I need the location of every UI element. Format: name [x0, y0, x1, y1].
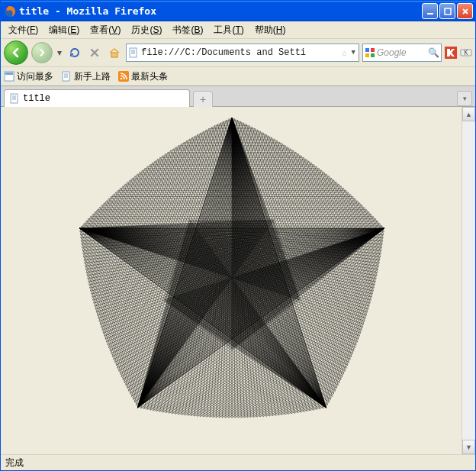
page-icon: [128, 47, 139, 58]
plus-icon: +: [200, 93, 206, 105]
svg-rect-5: [365, 48, 369, 52]
menubar: 文件(F) 编辑(E) 查看(V) 历史(S) 书签(B) 工具(T) 帮助(H…: [1, 21, 475, 39]
stop-button[interactable]: [86, 44, 103, 61]
svg-rect-17: [11, 94, 18, 103]
scroll-down-button[interactable]: ▼: [462, 440, 475, 454]
nav-toolbar: ▾ file:///C:/Documents and Setti ☆ ▼ Goo…: [1, 39, 475, 67]
scroll-up-button[interactable]: ▲: [462, 107, 475, 121]
svg-rect-6: [371, 48, 375, 52]
reload-button[interactable]: [66, 44, 83, 61]
page-viewport[interactable]: [1, 107, 462, 454]
svg-point-16: [121, 78, 123, 80]
bookmarks-toolbar: 访问最多 新手上路 最新头条: [1, 67, 475, 86]
arrow-right-icon: [37, 48, 47, 57]
menu-help[interactable]: 帮助(H): [250, 22, 291, 38]
nav-history-dropdown[interactable]: ▾: [56, 41, 63, 64]
menu-view[interactable]: 查看(V): [85, 22, 125, 38]
svg-rect-7: [365, 53, 369, 57]
url-dropdown-icon[interactable]: ▼: [350, 49, 357, 56]
menu-bookmarks[interactable]: 书签(B): [168, 22, 207, 38]
google-icon: [365, 47, 375, 58]
page-icon: [61, 71, 72, 82]
search-placeholder: Google: [375, 47, 428, 58]
svg-rect-3: [111, 53, 117, 57]
svg-rect-13: [5, 73, 13, 75]
menu-edit[interactable]: 编辑(E): [44, 22, 84, 38]
bookmark-label: 新手上路: [74, 70, 111, 83]
bookmark-most-visited[interactable]: 访问最多: [4, 70, 53, 83]
tab-label: title: [23, 93, 50, 104]
window-title: title - Mozilla Firefox: [19, 5, 420, 17]
new-tab-button[interactable]: +: [193, 91, 213, 107]
svg-rect-1: [427, 13, 433, 15]
home-icon: [108, 47, 121, 59]
vertical-scrollbar[interactable]: ▲ ▼: [462, 107, 475, 454]
page-icon: [9, 93, 20, 104]
back-button[interactable]: [4, 40, 28, 65]
window-buttons: [420, 3, 473, 19]
search-go-icon[interactable]: 🔍: [428, 47, 439, 58]
scroll-track[interactable]: [462, 121, 475, 440]
url-text: file:///C:/Documents and Setti: [141, 47, 339, 58]
bookmark-label: 访问最多: [17, 70, 53, 83]
bookmark-latest-headlines[interactable]: 最新头条: [118, 70, 168, 83]
svg-rect-14: [63, 72, 69, 81]
svg-rect-8: [371, 53, 375, 57]
firefox-icon: [4, 5, 16, 18]
bookmark-star-icon[interactable]: ☆: [339, 47, 349, 60]
menu-file[interactable]: 文件(F): [4, 22, 43, 38]
forward-button[interactable]: [31, 42, 53, 63]
bookmark-label: 最新头条: [131, 70, 168, 83]
svg-text:K: K: [465, 50, 468, 56]
menu-history[interactable]: 历史(S): [127, 22, 166, 38]
tab-list-button[interactable]: ▾: [457, 91, 472, 106]
home-button[interactable]: [106, 44, 123, 61]
tab-active[interactable]: title: [4, 89, 190, 107]
maximize-button[interactable]: [439, 3, 455, 19]
canvas-art-pentagram: [18, 111, 445, 447]
stop-icon: [89, 47, 100, 58]
titlebar[interactable]: title - Mozilla Firefox: [1, 1, 475, 21]
content-area: ▲ ▼: [1, 107, 475, 454]
search-bar[interactable]: Google 🔍: [362, 44, 442, 62]
url-bar[interactable]: file:///C:/Documents and Setti ☆ ▼: [126, 44, 359, 62]
status-text: 完成: [5, 456, 24, 469]
arrow-left-icon: [10, 47, 22, 59]
minimize-button[interactable]: [422, 3, 438, 19]
close-button[interactable]: [457, 3, 473, 19]
tab-strip: title + ▾: [1, 86, 475, 107]
rss-icon: [118, 71, 129, 82]
bookmark-getting-started[interactable]: 新手上路: [61, 70, 111, 83]
most-visited-icon: [4, 71, 14, 82]
virtual-keyboard-icon[interactable]: K: [460, 47, 472, 59]
svg-rect-2: [445, 8, 451, 15]
svg-rect-4: [130, 48, 137, 57]
menu-tools[interactable]: 工具(T): [209, 22, 248, 38]
firefox-window: title - Mozilla Firefox 文件(F) 编辑(E) 查看(V…: [0, 0, 476, 471]
status-bar: 完成: [1, 454, 475, 470]
reload-icon: [69, 47, 81, 59]
kaspersky-icon[interactable]: [445, 47, 457, 59]
